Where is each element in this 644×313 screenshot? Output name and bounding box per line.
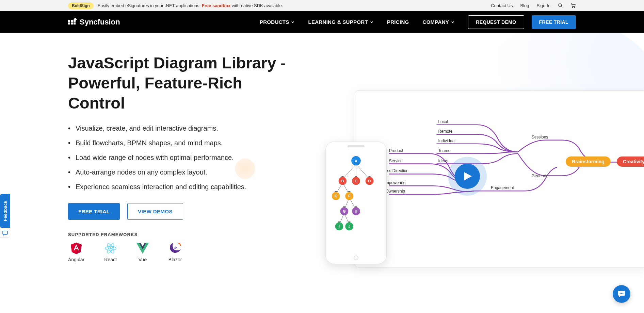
framework-vue[interactable]: Vue bbox=[136, 243, 149, 262]
sign-in-link[interactable]: Sign In bbox=[537, 3, 550, 8]
hero-feature-list: Visualize, create, and edit interactive … bbox=[68, 125, 293, 191]
chevron-down-icon bbox=[451, 20, 454, 24]
chevron-down-icon bbox=[370, 20, 373, 24]
svg-text:Sessions: Sessions bbox=[532, 135, 548, 139]
syncfusion-logo[interactable]: Syncfusion bbox=[68, 18, 120, 27]
svg-text:Teams: Teams bbox=[438, 148, 450, 153]
svg-text:A: A bbox=[355, 159, 357, 163]
svg-text:D: D bbox=[368, 179, 371, 183]
svg-rect-9 bbox=[74, 22, 76, 24]
request-demo-button[interactable]: REQUEST DEMO bbox=[468, 15, 524, 29]
svg-rect-8 bbox=[71, 22, 73, 24]
svg-text:H: H bbox=[355, 209, 357, 213]
topbar-right: Contact Us Blog Sign In bbox=[491, 3, 576, 9]
feature-item: Experience seamless interaction and edit… bbox=[68, 183, 293, 191]
framework-label: Angular bbox=[68, 257, 84, 262]
nav-company[interactable]: COMPANY bbox=[423, 19, 455, 25]
brainstorming-node: Brainstorming bbox=[566, 156, 611, 167]
announcement-pre: Easily embed eSignatures in your .NET ap… bbox=[98, 3, 202, 8]
svg-rect-73 bbox=[3, 231, 7, 234]
nav-learning[interactable]: LEARNING & SUPPORT bbox=[308, 19, 373, 25]
svg-text:J: J bbox=[348, 224, 350, 228]
phone-mockup: A B C D E F G H I J bbox=[325, 142, 387, 264]
announcement-text: Easily embed eSignatures in your .NET ap… bbox=[98, 3, 283, 8]
svg-text:Product: Product bbox=[389, 148, 403, 153]
decorative-circle bbox=[235, 159, 255, 179]
feature-item: Auto-arrange nodes on any complex layout… bbox=[68, 168, 293, 176]
play-icon bbox=[464, 172, 472, 180]
view-demos-button[interactable]: VIEW DEMOS bbox=[127, 203, 183, 220]
feature-item: Build flowcharts, BPMN shapes, and mind … bbox=[68, 139, 293, 147]
framework-label: Blazor bbox=[168, 257, 182, 262]
announcement-left: BoldSign Easily embed eSignatures in you… bbox=[68, 2, 283, 9]
svg-rect-7 bbox=[68, 22, 70, 24]
nav-products-label: PRODUCTS bbox=[260, 19, 289, 25]
react-icon bbox=[104, 243, 117, 254]
feature-item: Load wide range of nodes with optimal pe… bbox=[68, 154, 293, 162]
svg-text:G: G bbox=[343, 209, 345, 213]
nav-pricing-label: PRICING bbox=[387, 19, 409, 25]
free-trial-nav-button[interactable]: FREE TRIAL bbox=[532, 15, 576, 29]
hero-title: JavaScript Diagram Library - Powerful, F… bbox=[68, 53, 293, 113]
svg-text:Ownership: Ownership bbox=[386, 189, 405, 194]
svg-line-37 bbox=[356, 164, 370, 179]
hero-cta-row: FREE TRIAL VIEW DEMOS bbox=[68, 203, 293, 220]
svg-rect-4 bbox=[68, 20, 70, 22]
cart-icon[interactable] bbox=[570, 3, 576, 9]
svg-text:Engagement: Engagement bbox=[491, 185, 514, 190]
top-announcement-bar: BoldSign Easily embed eSignatures in you… bbox=[0, 0, 644, 11]
svg-text:C: C bbox=[355, 179, 357, 183]
blog-link[interactable]: Blog bbox=[520, 3, 529, 8]
main-navbar: Syncfusion PRODUCTS LEARNING & SUPPORT P… bbox=[0, 11, 644, 33]
desktop-mockup: Product Service Business Direction Empow… bbox=[355, 90, 644, 267]
svg-point-16 bbox=[110, 247, 112, 249]
svg-rect-5 bbox=[71, 20, 73, 22]
svg-line-35 bbox=[342, 164, 356, 179]
feedback-message-icon[interactable] bbox=[0, 229, 10, 237]
play-video-button[interactable] bbox=[455, 164, 480, 189]
boldsign-badge[interactable]: BoldSign bbox=[68, 2, 94, 9]
framework-label: React bbox=[104, 257, 117, 262]
feedback-tab[interactable]: Feedback bbox=[0, 194, 10, 228]
supported-frameworks: SUPPORTED FRAMEWORKS Angular React Vue @… bbox=[68, 232, 293, 262]
svg-point-3 bbox=[574, 7, 575, 8]
phone-home-button bbox=[354, 256, 358, 260]
nav-pricing[interactable]: PRICING bbox=[387, 19, 409, 25]
svg-text:Ideas: Ideas bbox=[438, 159, 448, 163]
framework-react[interactable]: React bbox=[104, 243, 117, 262]
svg-text:B: B bbox=[341, 179, 344, 183]
svg-text:Service: Service bbox=[389, 159, 403, 163]
hero-left: JavaScript Diagram Library - Powerful, F… bbox=[68, 53, 293, 262]
blazor-icon: @ bbox=[169, 243, 181, 254]
free-trial-hero-button[interactable]: FREE TRIAL bbox=[68, 203, 120, 220]
mindmap-diagram: Product Service Business Direction Empow… bbox=[355, 91, 644, 267]
hero-section: JavaScript Diagram Library - Powerful, F… bbox=[0, 33, 644, 276]
search-icon[interactable] bbox=[558, 3, 563, 8]
free-sandbox-link[interactable]: Free sandbox bbox=[202, 3, 231, 8]
contact-us-link[interactable]: Contact Us bbox=[491, 3, 513, 8]
framework-blazor[interactable]: @ Blazor bbox=[168, 243, 182, 262]
nav-learning-label: LEARNING & SUPPORT bbox=[308, 19, 368, 25]
logo-icon bbox=[68, 18, 77, 27]
svg-text:F: F bbox=[348, 194, 351, 198]
vue-icon bbox=[136, 243, 149, 254]
nav-products[interactable]: PRODUCTS bbox=[260, 19, 295, 25]
feature-item: Visualize, create, and edit interactive … bbox=[68, 125, 293, 132]
framework-list: Angular React Vue @ Blazor bbox=[68, 243, 293, 262]
svg-text:I: I bbox=[339, 224, 340, 228]
svg-point-2 bbox=[572, 7, 573, 8]
nav-menu: PRODUCTS LEARNING & SUPPORT PRICING COMP… bbox=[260, 19, 454, 25]
svg-point-0 bbox=[559, 4, 562, 7]
logo-text: Syncfusion bbox=[80, 18, 120, 27]
tree-diagram: A B C D E F G H I J bbox=[326, 147, 386, 258]
hero-illustration: Product Service Business Direction Empow… bbox=[304, 63, 644, 254]
framework-angular[interactable]: Angular bbox=[68, 243, 84, 262]
svg-text:Generate: Generate bbox=[532, 174, 549, 178]
svg-text:Local: Local bbox=[438, 119, 448, 124]
nav-actions: REQUEST DEMO FREE TRIAL bbox=[468, 15, 576, 29]
chevron-down-icon bbox=[291, 20, 294, 24]
svg-text:Remote: Remote bbox=[438, 129, 452, 134]
svg-text:Individual: Individual bbox=[438, 138, 455, 143]
supported-label: SUPPORTED FRAMEWORKS bbox=[68, 232, 293, 237]
svg-marker-34 bbox=[464, 172, 472, 180]
